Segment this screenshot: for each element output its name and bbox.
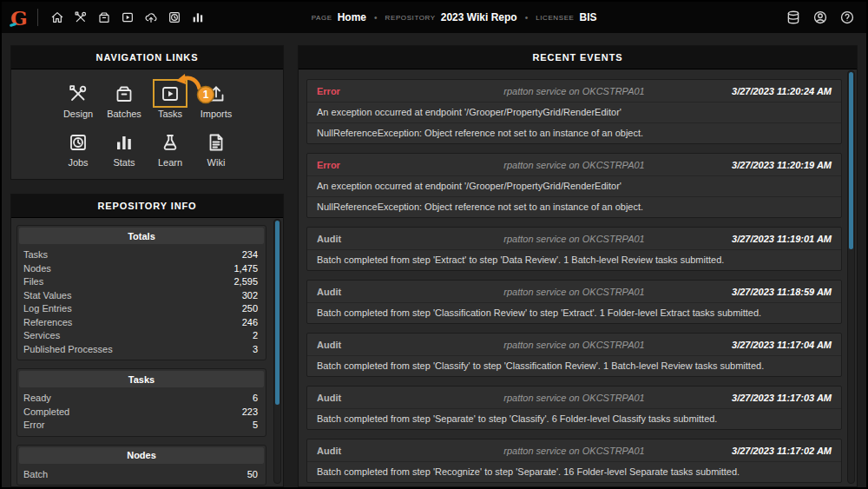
stat-row: Files2,595 — [17, 275, 266, 289]
stat-label: Batch — [23, 468, 48, 482]
event-source: rpatton service on OKCSTRPA01 — [503, 287, 644, 297]
stat-label: Nodes — [23, 262, 51, 276]
repository-info-scrollbar[interactable] — [273, 219, 281, 484]
stat-value: 250 — [242, 302, 258, 316]
design-icon[interactable] — [72, 8, 90, 27]
event-timestamp: 3/27/2023 11:17:04 AM — [645, 340, 832, 350]
home-icon[interactable] — [49, 8, 67, 27]
breadcrumb-label: LICENSEE — [536, 14, 574, 22]
event-header: Errorrpatton service on OKCSTRPA013/27/2… — [307, 80, 841, 102]
stats-icon[interactable] — [189, 8, 207, 27]
event-message: Batch completed from step 'Classify' to … — [307, 355, 841, 376]
help-icon[interactable] — [838, 8, 856, 27]
event-message: NullReferenceException: Object reference… — [307, 196, 841, 217]
nav-link-jobs[interactable]: Jobs — [56, 128, 102, 168]
event-card[interactable]: Auditrpatton service on OKCSTRPA013/27/2… — [306, 333, 842, 377]
breadcrumb-separator: • — [374, 13, 378, 23]
event-header: Auditrpatton service on OKCSTRPA013/27/2… — [307, 334, 841, 355]
event-source: rpatton service on OKCSTRPA01 — [503, 340, 644, 350]
event-source: rpatton service on OKCSTRPA01 — [503, 446, 644, 456]
breadcrumb-value: Home — [338, 11, 366, 23]
event-card[interactable]: Auditrpatton service on OKCSTRPA013/27/2… — [306, 280, 842, 324]
event-header: Auditrpatton service on OKCSTRPA013/27/2… — [307, 387, 841, 408]
event-card[interactable]: Auditrpatton service on OKCSTRPA013/27/2… — [306, 439, 842, 483]
stat-value: 302 — [242, 289, 258, 303]
stat-row: Nodes1,475 — [17, 262, 266, 276]
tasks-icon — [153, 79, 187, 108]
event-card[interactable]: Auditrpatton service on OKCSTRPA013/27/2… — [306, 386, 842, 430]
event-message: An exception occurred at endpoint '/Groo… — [307, 102, 841, 122]
stat-label: Completed — [23, 406, 69, 420]
nav-link-label: Wiki — [194, 157, 240, 168]
stat-value: 234 — [242, 248, 258, 262]
stats-section-title: Totals — [19, 228, 264, 244]
tasks-icon[interactable] — [119, 8, 137, 27]
design-tools-icon — [61, 79, 95, 108]
nav-link-learn[interactable]: Learn — [148, 128, 194, 168]
stat-row: Log Entries250 — [17, 302, 266, 316]
stat-row: Stat Values302 — [17, 289, 266, 303]
batches-icon[interactable] — [95, 8, 114, 27]
nav-link-design[interactable]: Design — [56, 79, 102, 119]
wiki-icon — [199, 128, 233, 156]
stat-value: 223 — [242, 406, 258, 420]
repository-info-panel: REPOSITORY INFO TotalsTasks234Nodes1,475… — [10, 194, 284, 487]
imports-icon[interactable] — [142, 8, 161, 27]
stats-section-title: Tasks — [19, 371, 264, 387]
event-header: Errorrpatton service on OKCSTRPA013/27/2… — [307, 154, 841, 175]
scrollbar-thumb[interactable] — [849, 72, 853, 249]
events-list: Errorrpatton service on OKCSTRPA013/27/2… — [299, 70, 844, 486]
navigation-links-panel: NAVIGATION LINKS DesignBatchesTasks1Impo… — [10, 45, 284, 180]
event-card[interactable]: Errorrpatton service on OKCSTRPA013/27/2… — [306, 79, 842, 144]
recent-events-scrollbar[interactable] — [847, 70, 855, 484]
topbar-nav-icons — [49, 8, 207, 27]
repository-info-body: TotalsTasks234Nodes1,475Files2,595Stat V… — [11, 219, 272, 486]
scrollbar-thumb[interactable] — [275, 221, 279, 405]
jobs-icon[interactable] — [166, 8, 184, 27]
nav-link-label: Stats — [102, 157, 148, 168]
breadcrumb-separator: • — [525, 13, 529, 23]
left-column: NAVIGATION LINKS DesignBatchesTasks1Impo… — [10, 45, 284, 487]
event-level: Error — [317, 160, 503, 170]
user-account-icon[interactable] — [811, 8, 829, 27]
batches-icon — [107, 79, 141, 108]
breadcrumb-label: REPOSITORY — [385, 14, 436, 22]
navigation-links-title: NAVIGATION LINKS — [11, 46, 283, 69]
event-timestamp: 3/27/2023 11:18:59 AM — [645, 287, 832, 297]
stat-row: Services2 — [17, 329, 266, 343]
repository-info-title: REPOSITORY INFO — [11, 195, 283, 218]
learn-icon — [153, 128, 187, 156]
event-level: Audit — [317, 287, 503, 297]
event-level: Error — [317, 86, 503, 96]
event-source: rpatton service on OKCSTRPA01 — [503, 393, 644, 403]
event-timestamp: 3/27/2023 11:20:19 AM — [645, 160, 832, 170]
stats-section: TasksReady6Completed223Error5 — [16, 368, 266, 437]
stat-label: Log Entries — [23, 302, 72, 316]
nav-link-label: Jobs — [56, 157, 102, 168]
stat-label: Tasks — [23, 248, 48, 262]
nav-link-batches[interactable]: Batches — [102, 79, 148, 119]
breadcrumb-label: PAGE — [312, 14, 332, 22]
event-message: An exception occurred at endpoint '/Groo… — [307, 175, 841, 196]
stat-label: Error — [23, 419, 44, 433]
recent-events-panel: RECENT EVENTS Errorrpatton service on OK… — [298, 45, 858, 487]
stat-label: Files — [23, 275, 43, 289]
database-icon[interactable] — [784, 8, 802, 27]
topbar-divider — [37, 9, 38, 26]
event-card[interactable]: Errorrpatton service on OKCSTRPA013/27/2… — [306, 153, 842, 218]
event-timestamp: 3/27/2023 11:17:03 AM — [645, 393, 832, 403]
stats-section: TotalsTasks234Nodes1,475Files2,595Stat V… — [16, 225, 266, 360]
nav-link-wiki[interactable]: Wiki — [194, 128, 240, 168]
event-message: Batch completed from step 'Separate' to … — [307, 408, 841, 429]
nav-link-imports[interactable]: Imports — [194, 79, 240, 119]
event-timestamp: 3/27/2023 11:17:02 AM — [645, 446, 832, 456]
event-card[interactable]: Auditrpatton service on OKCSTRPA013/27/2… — [306, 227, 842, 271]
nav-link-tasks[interactable]: Tasks1 — [148, 79, 194, 119]
event-source: rpatton service on OKCSTRPA01 — [503, 86, 644, 96]
grooper-logo[interactable]: G — [10, 8, 28, 28]
nav-link-stats[interactable]: Stats — [102, 128, 148, 168]
event-level: Audit — [317, 393, 503, 403]
event-message: Batch completed from step 'Classificatio… — [307, 302, 841, 323]
stat-value: 246 — [242, 316, 258, 330]
stat-row: Completed223 — [17, 406, 266, 420]
